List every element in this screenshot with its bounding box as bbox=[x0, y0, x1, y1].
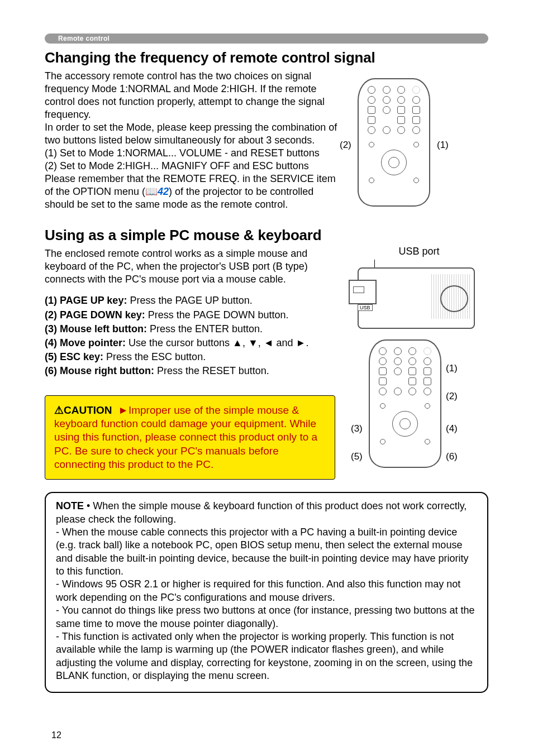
callout-r4: (4) bbox=[446, 423, 458, 434]
warning-icon: ⚠ bbox=[54, 404, 64, 416]
note-b4: - This function is activated only when t… bbox=[56, 631, 473, 681]
usb-port-label: USB port bbox=[358, 246, 480, 257]
note-lead: • When the simple mouse & keyboard funct… bbox=[56, 500, 467, 524]
note-box: NOTE • When the simple mouse & keyboard … bbox=[45, 492, 488, 692]
remote-illustration-2: (1) (2) (3) (4) (5) (6) bbox=[369, 339, 441, 468]
caution-arrow: ► bbox=[118, 404, 129, 416]
callout-r3: (3) bbox=[351, 423, 363, 434]
freq-p1: The accessory remote control has the two… bbox=[45, 70, 325, 120]
page-number: 12 bbox=[51, 730, 61, 740]
caution-box: ⚠CAUTION ►Improper use of the simple mou… bbox=[45, 395, 335, 480]
note-b2: - Windows 95 OSR 2.1 or higher is requir… bbox=[56, 578, 460, 602]
heading-mouse: Using as a simple PC mouse & keyboard bbox=[45, 227, 321, 244]
callout-r5: (5) bbox=[351, 451, 363, 462]
section-tag: Remote control bbox=[45, 34, 488, 44]
callout-r6: (6) bbox=[446, 451, 458, 462]
usb-text: USB bbox=[358, 304, 373, 311]
manual-ref-num: 42 bbox=[158, 186, 169, 197]
heading-frequency: Changing the frequency of remote control… bbox=[45, 49, 488, 66]
callout-1: (1) bbox=[437, 140, 449, 151]
section-tag-text: Remote control bbox=[58, 35, 110, 42]
projector-icon: USB bbox=[358, 267, 475, 329]
note-title: NOTE bbox=[56, 500, 84, 511]
freq-p3: (1) Set to Mode 1:NORMAL... VOLUME - and… bbox=[45, 147, 320, 159]
callout-r2: (2) bbox=[446, 391, 458, 402]
callout-2: (2) bbox=[340, 140, 351, 151]
note-b1: - When the mouse cable connects this pro… bbox=[56, 527, 468, 577]
callout-r1: (1) bbox=[446, 363, 458, 374]
manual-ref-icon: 📖 bbox=[145, 186, 158, 197]
mouse-intro: The enclosed remote control works as a s… bbox=[45, 247, 341, 286]
note-b3: - You cannot do things like press two bu… bbox=[56, 605, 474, 629]
freq-p2: In order to set the Mode, please keep pr… bbox=[45, 122, 337, 146]
caution-title: CAUTION bbox=[64, 404, 112, 416]
usb-port-illustration: USB port USB bbox=[358, 246, 480, 329]
freq-paragraph: The accessory remote control has the two… bbox=[45, 70, 341, 211]
remote-illustration-1: (2) (1) bbox=[358, 78, 430, 207]
freq-p4: (2) Set to Mode 2:HIGH... MAGNIFY OFF an… bbox=[45, 160, 309, 171]
